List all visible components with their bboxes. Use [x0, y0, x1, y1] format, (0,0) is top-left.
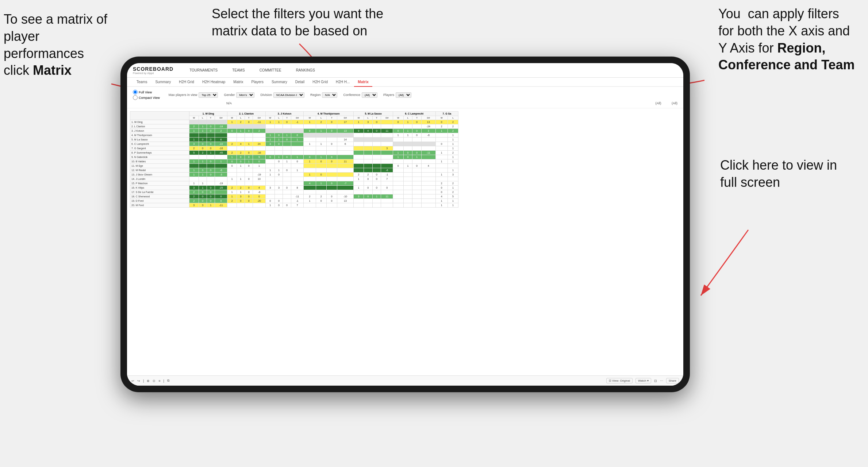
- tab-players[interactable]: Players: [248, 78, 267, 87]
- view-original-label: View: Original: [612, 379, 630, 382]
- row-label-1: 1. W Ding: [130, 120, 189, 124]
- tab-detail[interactable]: Detail: [292, 78, 308, 87]
- share-button[interactable]: Share: [666, 378, 679, 383]
- region-select[interactable]: N/A: [322, 92, 337, 98]
- col-header-3: 3. J Koivun: [265, 112, 303, 116]
- bottom-toolbar: ↩ ↪ | ⊕ ⊙ ≡ | ⧉ ⊡ View: Original Watch ▾…: [127, 375, 683, 386]
- matrix-table: 1. W Ding 2. L Clanton 3. J Koivun 4. M …: [130, 111, 458, 208]
- toolbar-icon-1[interactable]: ⊕: [147, 379, 150, 383]
- table-row: 17. S De La Fuente 200 110-8 02: [130, 190, 458, 194]
- view-original-button[interactable]: ⊡ View: Original: [606, 378, 633, 383]
- col-header-2: 2. L Clanton: [227, 112, 265, 116]
- toolbar-undo-icon[interactable]: ↩: [131, 379, 134, 383]
- sub-w5: W: [354, 116, 364, 120]
- row-label-3: 3. J Koivun: [130, 129, 189, 133]
- table-row: 18. C Sherwood 2000 1300 -11 220-10 3011…: [130, 194, 458, 199]
- nav-rankings[interactable]: RANKINGS: [293, 67, 318, 74]
- row-label-13: 13. J Skov Olesen: [130, 173, 189, 177]
- tab-h2h-heatmap[interactable]: H2H Heatmap: [199, 78, 229, 87]
- table-row: 11. M Ege 0101 0104: [130, 164, 458, 168]
- tab-summary2[interactable]: Summary: [268, 78, 291, 87]
- toolbar-icon-4[interactable]: ⧉: [167, 379, 169, 383]
- nav-tournaments[interactable]: TOURNAMENTS: [187, 67, 220, 74]
- row-label-6: 6. C Lamprecht: [130, 142, 189, 146]
- row-label-12: 12. M Riedel: [130, 168, 189, 173]
- tab-teams[interactable]: Teams: [133, 78, 151, 87]
- table-row: 3. J Koivun 1102 0102 01013 04011 0103 1…: [130, 129, 458, 133]
- row-label-10: 10. B Valdes: [130, 159, 189, 164]
- sub-d1: Dif: [215, 116, 227, 120]
- sub-w2: W: [227, 116, 237, 120]
- sub-l7: L: [448, 116, 458, 120]
- full-view-radio[interactable]: Full View: [133, 90, 160, 94]
- division-select[interactable]: NCAA Division I: [273, 92, 304, 98]
- region-y-group: N/A: [168, 101, 232, 105]
- table-row: 5. M La Sasso 1006 1101 14 1: [130, 138, 458, 142]
- row-label-2: 2. L Clanton: [130, 124, 189, 129]
- sub-l1: L: [199, 116, 207, 120]
- conference-y-label: (All): [649, 101, 661, 105]
- table-row: 19. D Ford 2000 200-20 00-1 10013 11: [130, 199, 458, 203]
- logo-text: SCOREBOARD: [133, 66, 173, 72]
- toolbar-icon-3[interactable]: ≡: [158, 379, 160, 383]
- nav-teams[interactable]: TEAMS: [229, 67, 247, 74]
- view-radio-group: Full View Compact View: [133, 90, 160, 100]
- sub-t5: T: [372, 116, 381, 120]
- region-label: Region: [310, 93, 321, 97]
- table-row: 10. B Valdes 1101 0010 010 10011 11: [130, 159, 458, 164]
- nav-committee[interactable]: COMMITTEE: [257, 67, 284, 74]
- full-view-radio-input[interactable]: [133, 90, 138, 94]
- max-players-select[interactable]: Top 25: [199, 92, 218, 98]
- sub-l3: L: [275, 116, 283, 120]
- matrix-area[interactable]: 1. W Ding 2. L Clanton 3. J Koivun 4. M …: [127, 108, 683, 375]
- table-row: 8. P Summerhays 521-45 220-16 100-11 12: [130, 151, 458, 155]
- compact-view-radio-input[interactable]: [133, 95, 138, 100]
- row-label-17: 17. S De La Fuente: [130, 190, 189, 194]
- division-label: Division: [260, 93, 272, 97]
- tab-summary[interactable]: Summary: [151, 78, 174, 87]
- sub-l5: L: [364, 116, 372, 120]
- players-select[interactable]: (All): [396, 92, 411, 98]
- division-group: Division NCAA Division I: [260, 92, 304, 98]
- compact-view-radio[interactable]: Compact View: [133, 95, 160, 100]
- toolbar-icon-6[interactable]: ⋯: [660, 379, 663, 383]
- conference-group: Conference (All): [343, 92, 377, 98]
- table-row: 13. J Skov Olesen 110-3 -19 10 10 220-1 …: [130, 173, 458, 177]
- col-header-4: 4. M Thorbjornsen: [304, 112, 354, 116]
- conference-select[interactable]: (All): [362, 92, 377, 98]
- toolbar-sep2: |: [164, 379, 164, 383]
- top-nav: SCOREBOARD Powered by clippd TOURNAMENTS…: [127, 63, 683, 78]
- row-label-7: 7. G Sargent: [130, 146, 189, 151]
- sub-d3: Dif: [291, 116, 304, 120]
- tab-matrix-active[interactable]: Matrix: [354, 78, 372, 87]
- logo-area: SCOREBOARD Powered by clippd: [133, 66, 173, 74]
- row-label-5: 5. M La Sasso: [130, 138, 189, 142]
- gender-label: Gender: [224, 93, 235, 97]
- sub-t2: T: [245, 116, 253, 120]
- toolbar-redo-icon[interactable]: ↪: [137, 379, 140, 383]
- watch-button[interactable]: Watch ▾: [635, 378, 651, 383]
- table-row: 1. W Ding 120-11 110-1 12017 130 01013 0…: [130, 120, 458, 124]
- annotation-bottom-right: Click here to view in full screen: [720, 157, 852, 191]
- filters-area: Full View Compact View Max players in vi…: [127, 87, 683, 108]
- table-row: 16. K Vilips 310-25 2204 3308 1000 01: [130, 186, 458, 190]
- row-label-20: 20. M Ford: [130, 203, 189, 208]
- max-players-label: Max players in view: [169, 93, 197, 97]
- tab-h2h-grid2[interactable]: H2H Grid: [309, 78, 331, 87]
- tab-h2h-grid[interactable]: H2H Grid: [175, 78, 198, 87]
- col-header-1: 1. W Ding: [189, 112, 227, 116]
- annotation-right: You can apply filters for both the X axi…: [718, 5, 857, 74]
- toolbar-icon-2[interactable]: ⊙: [153, 379, 155, 383]
- tab-matrix-left[interactable]: Matrix: [230, 78, 247, 87]
- sub-l4: L: [316, 116, 326, 120]
- toolbar-icon-5[interactable]: ⊡: [654, 379, 657, 383]
- sub-t1: T: [207, 116, 215, 120]
- row-label-15: 15. P Maichon: [130, 181, 189, 186]
- sub-l6: L: [403, 116, 412, 120]
- tablet-frame: SCOREBOARD Powered by clippd TOURNAMENTS…: [120, 57, 690, 392]
- tab-h2h-h[interactable]: H2H H...: [332, 78, 353, 87]
- table-row: 4. M Thorbjornsen 1010 110-6 1: [130, 133, 458, 138]
- gender-select[interactable]: Men's: [236, 92, 254, 98]
- sub-w6: W: [393, 116, 404, 120]
- row-label-16: 16. K Vilips: [130, 186, 189, 190]
